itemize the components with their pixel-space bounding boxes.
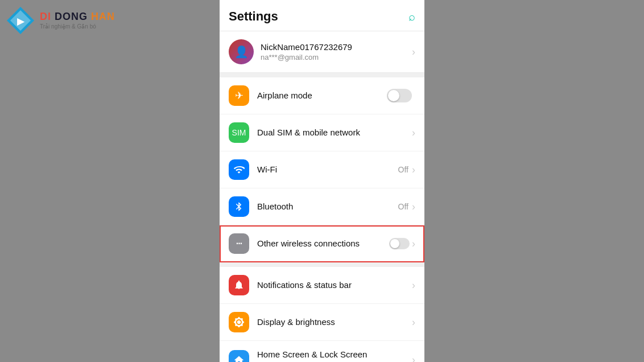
bluetooth-icon [229,196,249,217]
wifi-label: Wi-Fi [257,164,398,175]
home-screen-icon [229,350,249,363]
notifications-icon [229,275,249,295]
avatar: 👤 [229,39,254,64]
profile-info: NickName01767232679 na***@gmail.com [261,42,412,61]
bluetooth-chevron-icon: › [412,201,415,213]
wifi-icon [229,159,249,180]
section-divider-2 [220,262,424,267]
notifications-chevron-icon: › [412,279,415,291]
screen-header: Settings ⌕ [220,0,424,31]
brand-name: DI DONG HAN [40,11,115,23]
other-wireless-chevron-icon: › [412,238,415,250]
wifi-value: Off [398,165,408,174]
settings-item-airplane[interactable]: ✈ Airplane mode [220,77,424,114]
logo-text: DI DONG HAN Trải nghiệm & Gắn bó [40,11,115,30]
notifications-label: Notifications & status bar [257,279,412,291]
settings-item-dual-sim[interactable]: SIM Dual SIM & mobile network › [220,114,424,151]
settings-item-bluetooth[interactable]: Bluetooth Off › [220,188,424,225]
search-icon[interactable]: ⌕ [408,10,415,23]
other-wireless-label: Other wireless connections [257,238,389,249]
settings-list: ✈ Airplane mode SIM Dual SIM & mobile ne… [220,77,424,362]
profile-chevron-icon: › [412,46,415,58]
airplane-icon: ✈ [229,85,249,106]
toggle-knob-small [390,239,399,248]
display-label: Display & brightness [257,316,412,328]
settings-item-display[interactable]: Display & brightness › [220,304,424,341]
page-title: Settings [229,9,278,24]
profile-row[interactable]: 👤 NickName01767232679 na***@gmail.com › [220,31,424,73]
settings-item-home-screen[interactable]: Home Screen & Lock ScreenMagazine › [220,341,424,362]
home-screen-chevron-icon: › [412,354,415,362]
brand-sub: Trải nghiệm & Gắn bó [40,23,115,30]
section-divider [220,73,424,77]
other-wireless-toggle[interactable] [389,238,410,249]
dual-sim-label: Dual SIM & mobile network [257,127,412,138]
logo: ▶ DI DONG HAN Trải nghiệm & Gắn bó [6,6,115,35]
airplane-label: Airplane mode [257,90,387,101]
other-wireless-icon: ··· [229,233,249,254]
profile-email: na***@gmail.com [261,53,412,61]
dual-sim-chevron-icon: › [412,127,415,139]
svg-text:▶: ▶ [17,17,25,26]
settings-item-other-wireless[interactable]: ··· Other wireless connections › [220,225,424,262]
home-screen-label: Home Screen & Lock ScreenMagazine [257,349,412,362]
airplane-toggle[interactable] [387,89,412,102]
settings-item-notifications[interactable]: Notifications & status bar › [220,267,424,304]
dual-sim-icon: SIM [229,122,249,143]
settings-item-wifi[interactable]: Wi-Fi Off › [220,151,424,188]
display-icon [229,312,249,332]
display-chevron-icon: › [412,316,415,328]
logo-icon: ▶ [6,6,35,35]
bluetooth-label: Bluetooth [257,201,398,212]
profile-name: NickName01767232679 [261,42,412,52]
toggle-knob [388,90,399,101]
bluetooth-value: Off [398,202,408,211]
phone-screen: Settings ⌕ 👤 NickName01767232679 na***@g… [220,0,424,362]
wifi-chevron-icon: › [412,164,415,176]
